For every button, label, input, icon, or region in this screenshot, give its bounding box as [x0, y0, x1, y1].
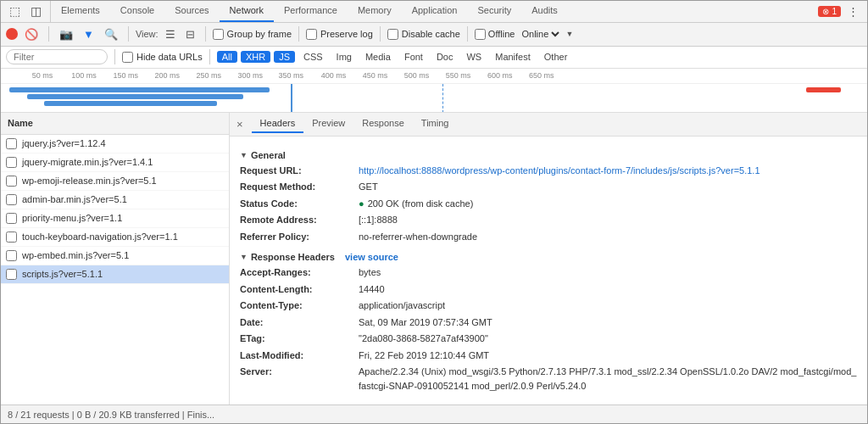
file-checkbox-1[interactable] — [6, 157, 17, 168]
content-length-row: Content-Length: 14440 — [240, 282, 857, 297]
offline-checkbox[interactable] — [475, 29, 486, 40]
toolbar-divider-5 — [380, 26, 381, 42]
details-tab-headers[interactable]: Headers — [252, 114, 304, 133]
details-tab-preview[interactable]: Preview — [303, 114, 353, 133]
request-method-row: Request Method: GET — [240, 180, 857, 194]
file-checkbox-5[interactable] — [6, 232, 17, 243]
filter-tag-img[interactable]: Img — [331, 51, 357, 63]
tick-450ms: 450 ms — [363, 71, 388, 80]
waterfall-bar-2 — [27, 94, 244, 99]
tab-console[interactable]: Console — [110, 1, 164, 22]
details-tab-response[interactable]: Response — [353, 114, 413, 133]
file-checkbox-2[interactable] — [6, 176, 17, 187]
file-item-5[interactable]: touch-keyboard-navigation.js?ver=1.1 — [1, 228, 229, 247]
group-by-frame-checkbox[interactable] — [213, 29, 224, 40]
tick-600ms: 600 ms — [487, 71, 513, 80]
tab-elements[interactable]: Elements — [51, 1, 110, 22]
tab-sources[interactable]: Sources — [164, 1, 219, 22]
filter-tag-manifest[interactable]: Manifest — [490, 51, 536, 63]
details-tab-bar: × Headers Preview Response Timing — [230, 113, 867, 137]
status-code-value: 200 OK (from disk cache) — [359, 197, 473, 211]
tab-audits[interactable]: Audits — [521, 1, 568, 22]
preserve-log-label[interactable]: Preserve log — [306, 29, 373, 40]
throttling-select[interactable]: Online — [518, 28, 562, 40]
date-row: Date: Sat, 09 Mar 2019 07:57:34 GMT — [240, 315, 857, 330]
toolbar-divider-1 — [48, 26, 49, 42]
request-url-label: Request URL: — [240, 164, 359, 178]
disable-cache-checkbox[interactable] — [387, 29, 398, 40]
hide-data-urls-text: Hide data URLs — [136, 52, 203, 62]
view-list-btn[interactable]: ☰ — [162, 26, 179, 42]
tick-100ms: 100 ms — [71, 71, 97, 80]
file-checkbox-6[interactable] — [6, 250, 17, 261]
server-row: Server: Apache/2.2.34 (Unix) mod_wsgi/3.… — [240, 365, 857, 393]
filter-tag-doc[interactable]: Doc — [431, 51, 459, 63]
request-method-label: Request Method: — [240, 180, 359, 194]
date-label: Date: — [240, 315, 359, 330]
referrer-policy-value: no-referrer-when-downgrade — [359, 230, 477, 244]
main-content: Name jquery.js?ver=1.12.4 jquery-migrate… — [1, 113, 867, 405]
server-label: Server: — [240, 365, 359, 393]
content-type-label: Content-Type: — [240, 298, 359, 313]
request-method-value: GET — [359, 180, 378, 194]
accept-ranges-row: Accept-Ranges: bytes — [240, 265, 857, 280]
request-url-value: http://localhost:8888/wordpress/wp-conte… — [359, 164, 760, 178]
file-checkbox-7[interactable] — [6, 269, 17, 280]
view-source-link[interactable]: view source — [345, 252, 398, 262]
remote-address-label: Remote Address: — [240, 213, 359, 227]
file-item-2[interactable]: wp-emoji-release.min.js?ver=5.1 — [1, 172, 229, 191]
tab-network[interactable]: Network — [220, 1, 274, 22]
offline-label[interactable]: Offline — [475, 29, 515, 40]
file-name-7: scripts.js?ver=5.1.1 — [22, 269, 103, 279]
disable-cache-label[interactable]: Disable cache — [387, 29, 460, 40]
filter-tag-css[interactable]: CSS — [298, 51, 328, 63]
search-button[interactable]: 🔍 — [101, 26, 121, 42]
file-item-1[interactable]: jquery-migrate.min.js?ver=1.4.1 — [1, 153, 229, 172]
file-item-4[interactable]: priority-menu.js?ver=1.1 — [1, 209, 229, 228]
file-item-6[interactable]: wp-embed.min.js?ver=5.1 — [1, 247, 229, 265]
tick-650ms: 650 ms — [529, 71, 554, 80]
details-close-button[interactable]: × — [233, 116, 247, 132]
file-item-7[interactable]: scripts.js?ver=5.1.1 — [1, 265, 229, 284]
hide-data-urls-label[interactable]: Hide data URLs — [122, 52, 203, 63]
camera-button[interactable]: 📷 — [56, 26, 76, 42]
file-name-6: wp-embed.min.js?ver=5.1 — [22, 250, 129, 260]
preserve-log-checkbox[interactable] — [306, 29, 317, 40]
filter-tag-all[interactable]: All — [217, 51, 237, 63]
tab-application[interactable]: Application — [402, 1, 468, 22]
filter-tag-ws[interactable]: WS — [461, 51, 487, 63]
file-name-4: priority-menu.js?ver=1.1 — [22, 213, 122, 223]
offline-text: Offline — [488, 29, 515, 39]
tick-550ms: 550 ms — [446, 71, 471, 80]
more-options-btn[interactable]: ⋮ — [844, 3, 862, 20]
devtools-dock-btn[interactable]: ◫ — [27, 3, 45, 20]
details-tab-timing[interactable]: Timing — [413, 114, 458, 133]
file-item-3[interactable]: admin-bar.min.js?ver=5.1 — [1, 191, 229, 209]
filter-input[interactable] — [6, 49, 108, 64]
record-button[interactable] — [6, 28, 18, 40]
filter-tag-font[interactable]: Font — [399, 51, 428, 63]
filter-tag-other[interactable]: Other — [539, 51, 573, 63]
view-grid-btn[interactable]: ⊟ — [182, 26, 198, 42]
hide-data-urls-checkbox[interactable] — [122, 52, 133, 63]
last-modified-row: Last-Modified: Fri, 22 Feb 2019 12:10:44… — [240, 349, 857, 363]
tab-memory[interactable]: Memory — [348, 1, 402, 22]
file-checkbox-3[interactable] — [6, 194, 17, 205]
remote-address-row: Remote Address: [::1]:8888 — [240, 213, 857, 227]
content-type-row: Content-Type: application/javascript — [240, 298, 857, 313]
tab-performance[interactable]: Performance — [274, 1, 348, 22]
filter-tag-xhr[interactable]: XHR — [241, 51, 270, 63]
file-name-0: jquery.js?ver=1.12.4 — [22, 138, 106, 148]
tab-security[interactable]: Security — [467, 1, 521, 22]
filter-tag-js[interactable]: JS — [274, 51, 295, 63]
clear-button[interactable]: 🚫 — [21, 26, 42, 42]
filter-button[interactable]: ▼ — [80, 26, 97, 42]
request-url-row: Request URL: http://localhost:8888/wordp… — [240, 164, 857, 178]
filter-tag-media[interactable]: Media — [360, 51, 396, 63]
file-checkbox-0[interactable] — [6, 138, 17, 149]
group-by-frame-label[interactable]: Group by frame — [213, 29, 292, 40]
devtools-toggle-btn[interactable]: ⬚ — [6, 3, 24, 20]
file-item-0[interactable]: jquery.js?ver=1.12.4 — [1, 135, 229, 153]
file-checkbox-4[interactable] — [6, 213, 17, 224]
accept-ranges-label: Accept-Ranges: — [240, 265, 359, 280]
